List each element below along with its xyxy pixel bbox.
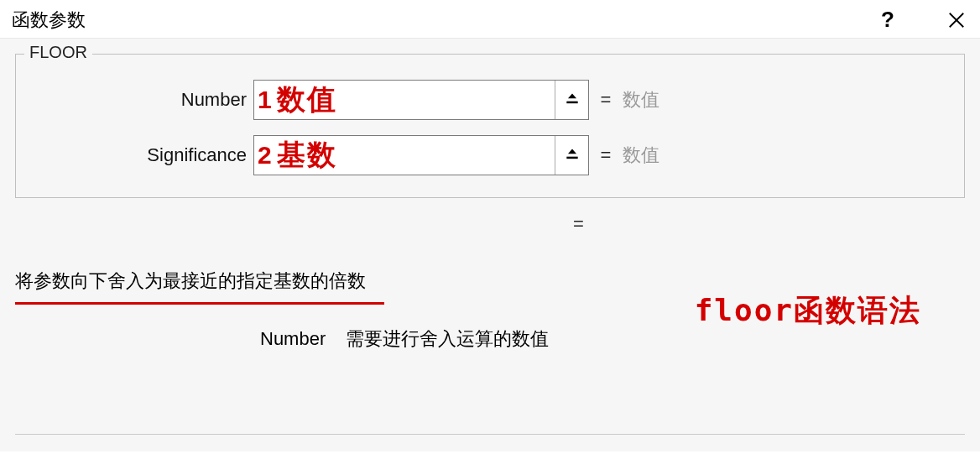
- argument-label-number: Number: [31, 89, 253, 111]
- collapse-dialog-icon: [564, 91, 581, 108]
- result-equals: =: [573, 213, 584, 235]
- svg-rect-2: [566, 102, 577, 104]
- range-picker-button-significance[interactable]: [555, 136, 588, 175]
- argument-input-wrap-number: 1 数值: [253, 80, 589, 120]
- help-button[interactable]: ?: [881, 7, 894, 33]
- collapse-dialog-icon: [564, 147, 581, 164]
- close-icon: [947, 11, 966, 29]
- annotation-underline: [15, 302, 384, 305]
- equals-sign: =: [589, 144, 623, 166]
- argument-input-significance[interactable]: [254, 136, 555, 175]
- argument-row-number: Number 1 数值 = 数值: [31, 80, 949, 120]
- function-description: 将参数向下舍入为最接近的指定基数的倍数: [15, 269, 366, 300]
- current-argument-name: Number: [260, 328, 326, 349]
- argument-row-significance: Significance 2 基数 = 数值: [31, 135, 949, 175]
- close-button[interactable]: [945, 8, 968, 32]
- dialog-title: 函数参数: [12, 8, 86, 33]
- argument-input-wrap-significance: 2 基数: [253, 135, 589, 175]
- current-argument-desc-text: 需要进行舍入运算的数值: [346, 328, 549, 349]
- equals-sign: =: [589, 89, 623, 111]
- argument-label-significance: Significance: [31, 144, 253, 166]
- separator: [15, 434, 965, 435]
- svg-rect-3: [566, 157, 577, 159]
- function-name-legend: FLOOR: [24, 43, 92, 62]
- result-line: =: [15, 213, 965, 235]
- argument-input-number[interactable]: [254, 81, 555, 119]
- annotation-big-text: floor函数语法: [695, 290, 921, 331]
- arguments-group: FLOOR Number 1 数值 = 数值 Significa: [15, 54, 965, 198]
- argument-hint-significance: 数值: [623, 143, 659, 168]
- range-picker-button-number[interactable]: [555, 81, 588, 119]
- argument-hint-number: 数值: [623, 87, 659, 112]
